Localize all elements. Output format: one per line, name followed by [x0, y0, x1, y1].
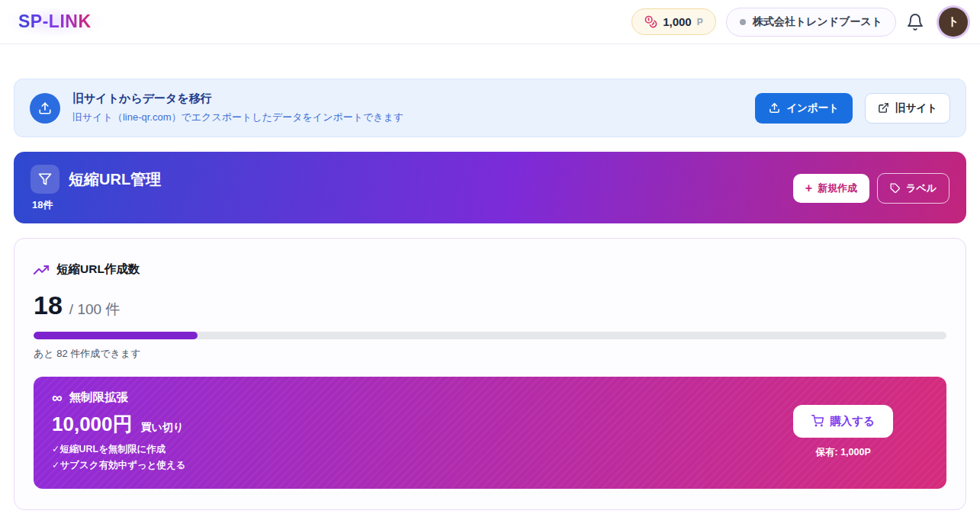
- filter-icon-box: [31, 165, 59, 194]
- url-manager-heading: 短縮URL管理 18件: [31, 165, 161, 212]
- company-name: 株式会社トレンドブースト: [753, 15, 882, 29]
- import-button-label: インポート: [786, 101, 839, 115]
- upload-icon: [38, 101, 52, 115]
- create-new-button-label: 新規作成: [818, 181, 857, 195]
- migration-text: 旧サイトからデータを移行 旧サイト（line-qr.com）でエクスポートしたデ…: [72, 92, 403, 124]
- trending-up-icon: [34, 262, 49, 278]
- upload-icon: [769, 102, 780, 114]
- usage-card: 短縮URL作成数 18 / 100 件 あと 82 件作成できます ∞ 無制限拡…: [14, 238, 966, 510]
- upgrade-feature: ✓サブスク有効中ずっと使える: [52, 458, 186, 474]
- app-logo[interactable]: SP-LINK: [18, 11, 92, 31]
- page-title: 短縮URL管理: [69, 169, 161, 190]
- points-value: 1,000: [663, 15, 692, 28]
- avatar-initial: ト: [947, 14, 959, 29]
- infinity-icon: ∞: [52, 390, 63, 405]
- bell-icon: [906, 13, 924, 31]
- tag-icon: [890, 183, 901, 194]
- points-badge[interactable]: 1,000 P: [631, 8, 716, 35]
- upgrade-details: ∞ 無制限拡張 10,000円 買い切り ✓短縮URLを無制限に作成 ✓サブスク…: [52, 390, 186, 474]
- upgrade-price-value: 10,000円: [52, 414, 133, 434]
- import-button[interactable]: インポート: [755, 93, 853, 124]
- external-link-icon: [878, 102, 889, 114]
- old-site-button-label: 旧サイト: [895, 101, 937, 115]
- logo-glow: SP-LINK: [8, 7, 102, 37]
- app-header: SP-LINK 1,000 P 株式会社トレンドブースト ト: [0, 0, 980, 44]
- filter-icon: [38, 172, 52, 186]
- usage-limit: / 100 件: [69, 300, 120, 320]
- upgrade-price: 10,000円 買い切り: [52, 414, 186, 435]
- old-site-button[interactable]: 旧サイト: [865, 93, 950, 124]
- label-button-label: ラベル: [906, 181, 937, 195]
- usage-progress-track: [34, 332, 946, 339]
- url-manager-actions: + 新規作成 ラベル: [793, 165, 949, 212]
- upload-icon-circle: [30, 93, 60, 124]
- user-avatar[interactable]: ト: [939, 8, 968, 37]
- upgrade-title: 無制限拡張: [69, 390, 129, 406]
- notifications-button[interactable]: [906, 12, 926, 32]
- point-balance: 保有: 1,000P: [816, 446, 871, 459]
- company-badge[interactable]: 株式会社トレンドブースト: [726, 8, 896, 37]
- cart-icon: [811, 415, 824, 427]
- migration-title: 旧サイトからデータを移行: [72, 92, 403, 106]
- status-dot: [740, 19, 746, 25]
- migration-description: 旧サイト（line-qr.com）でエクスポートしたデータをインポートできます: [72, 111, 403, 124]
- upgrade-price-note: 買い切り: [141, 421, 185, 435]
- usage-progress-fill: [34, 332, 198, 339]
- usage-remaining-text: あと 82 件作成できます: [34, 347, 946, 361]
- plus-icon: +: [805, 182, 812, 194]
- label-button[interactable]: ラベル: [877, 173, 949, 204]
- upgrade-feature: ✓短縮URLを無制限に作成: [52, 442, 186, 458]
- upgrade-feature-list: ✓短縮URLを無制限に作成 ✓サブスク有効中ずっと使える: [52, 442, 186, 474]
- create-new-button[interactable]: + 新規作成: [793, 174, 869, 203]
- url-manager-banner: 短縮URL管理 18件 + 新規作成 ラベル: [14, 152, 966, 223]
- header-actions: 1,000 P 株式会社トレンドブースト ト: [631, 8, 968, 37]
- upgrade-purchase-area: 購入する 保有: 1,000P: [793, 405, 928, 459]
- coins-icon: [644, 15, 657, 28]
- usage-current: 18: [34, 292, 63, 318]
- page-content: 旧サイトからデータを移行 旧サイト（line-qr.com）でエクスポートしたデ…: [0, 44, 980, 517]
- buy-button[interactable]: 購入する: [793, 405, 893, 438]
- unlimited-upgrade-card: ∞ 無制限拡張 10,000円 買い切り ✓短縮URLを無制限に作成 ✓サブスク…: [34, 377, 946, 489]
- usage-card-title: 短縮URL作成数: [56, 262, 140, 278]
- url-count: 18件: [32, 198, 161, 212]
- points-unit: P: [697, 17, 703, 27]
- usage-count: 18 / 100 件: [34, 292, 946, 320]
- migration-banner: 旧サイトからデータを移行 旧サイト（line-qr.com）でエクスポートしたデ…: [14, 79, 966, 137]
- buy-button-label: 購入する: [830, 414, 875, 429]
